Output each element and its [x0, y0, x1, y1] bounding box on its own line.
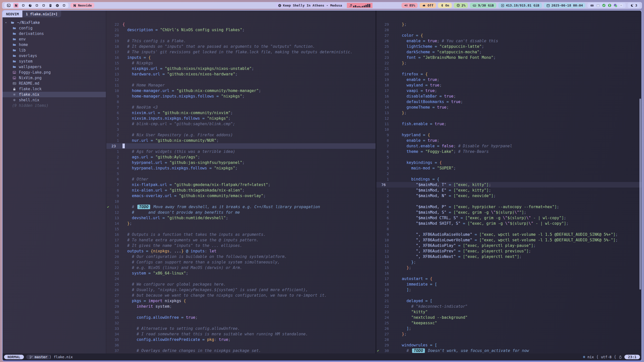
tree-item-foggy-lake-png[interactable]: Foggy-Lake.png [3, 70, 106, 75]
code-line[interactable]: 15 }; [376, 265, 641, 270]
code-line[interactable]: 2 "$mainMod, N" = ["exec, neovide"]; [376, 193, 641, 199]
metric-volume[interactable]: 85% [401, 3, 418, 8]
code-line[interactable]: 17 vaapi = true; [376, 88, 641, 94]
code-line[interactable]: 5 [106, 171, 376, 176]
code-line[interactable]: 2 [376, 171, 641, 176]
code-line[interactable]: 18 # It depends on "inputs" that are pas… [106, 44, 376, 49]
code-line[interactable]: 8 [106, 99, 376, 105]
tree-item-wallpapers[interactable]: wallpapers [3, 64, 106, 70]
code-line[interactable]: 11 fish.enable = true; [376, 121, 641, 127]
workspace-8[interactable] [55, 3, 59, 8]
workspace-2-active[interactable] [13, 3, 19, 8]
code-line[interactable]: 8 nix-alien.url = "github:thiagokokada/n… [106, 188, 376, 193]
code-line[interactable]: 26 enable = true; # You can't disable th… [376, 38, 641, 44]
code-line[interactable]: 21 # Configs can support more than a sin… [106, 259, 376, 265]
code-line[interactable]: 13 }; [376, 110, 641, 116]
code-line[interactable]: 24 "nextcloud --background" [376, 315, 641, 320]
code-line[interactable]: 7 # NeoVim <3 [106, 105, 376, 110]
code-line[interactable]: 33 # Alternative to setting config.allow… [106, 326, 376, 331]
code-line[interactable]: 19 outputs = {nixpkgs, ...} @ inputs: le… [106, 248, 376, 254]
metric-disk[interactable]: 413.19/915.81 GiB [498, 3, 542, 8]
window-icon[interactable] [596, 4, 600, 7]
code-line[interactable]: 30 [106, 309, 376, 315]
workspace-1[interactable] [7, 3, 11, 8]
tree-item-env[interactable]: env [3, 36, 106, 42]
notifications-pill[interactable]: 3 [628, 3, 640, 8]
code-line[interactable]: 29 }; [376, 22, 641, 27]
code-line[interactable]: 28 pkgs = import nixpkgs { [106, 298, 376, 304]
workspace-3[interactable] [21, 3, 25, 8]
code-line[interactable]: 9 emacs-overlay.url = "github:nix-commun… [106, 193, 376, 199]
tab-neovim[interactable]: NEOVIM [3, 11, 22, 17]
code-line[interactable]: 4 keybindings = { [376, 160, 641, 165]
code-line[interactable]: 23 system = "x86_64-linux"; [106, 270, 376, 276]
code-line[interactable]: 25 lightScheme = "catppuccin-latte"; [376, 44, 641, 49]
code-line[interactable]: 1 nur.url = "github:nix-community/NUR"; [106, 138, 376, 143]
audio-visualizer-pill[interactable] [347, 3, 373, 8]
code-line[interactable]: 8 [376, 226, 641, 232]
tree-item-flake-lock[interactable]: flake.lock [3, 86, 106, 92]
code-line[interactable]: 26 ]; [376, 326, 641, 331]
code-line[interactable]: 4 "$mainMod, P" = ["exec, hyprpicker --a… [376, 204, 641, 210]
code-line[interactable]: 21 [376, 66, 641, 71]
code-line[interactable]: 12 ", XF86AudioPrev" = ["exec, playerctl… [376, 248, 641, 254]
workspace-6[interactable] [42, 3, 46, 8]
code-line[interactable]: 16 disableTabBar = true; [376, 94, 641, 99]
code-line[interactable]: 22 }; [376, 60, 641, 66]
tab-buffer-flake-nix[interactable]: 1 flake.nix[2+] [22, 11, 61, 17]
tree-item-lib[interactable]: lib [3, 48, 106, 53]
code-line[interactable]: 31 config.allowUnfree = true; [106, 315, 376, 320]
code-line[interactable]: 5 nixvim.inputs.nixpkgs.follows = "nixpk… [106, 116, 376, 121]
tree-item-system[interactable]: system [3, 59, 106, 64]
code-line[interactable]: 8 enable = true; [376, 138, 641, 143]
code-line[interactable]: 1 "$mainMod, E" = ["exec, kitty"]; [376, 188, 641, 193]
code-line[interactable]: 22 # e.g. NixOS (linux) and MacOS (darwi… [106, 265, 376, 270]
code-line[interactable]: 19 # This config is a Flake. [106, 38, 376, 44]
code-line[interactable]: 6 theme = "Foggy-Lake"; # Three-Bears [376, 149, 641, 154]
code-line[interactable]: 13 ", XF86AudioNext" = ["exec, playerctl… [376, 254, 641, 259]
code-line[interactable]: 10 [376, 127, 641, 132]
code-line[interactable]: 5 "$mainMod, S" = ["exec, grim -g \"$(sl… [376, 210, 641, 215]
metric-idle-inhibitor[interactable]: Off [420, 3, 436, 8]
tree-item-shell-nix[interactable]: shell.nix [3, 97, 106, 103]
code-line[interactable]: 5 [376, 154, 641, 160]
code-line[interactable]: 14 gnomeTheme = true; [376, 105, 641, 110]
code-line[interactable]: 15 # Nixpkgs [106, 60, 376, 66]
keyboard-icon[interactable] [590, 4, 594, 7]
code-line[interactable]: 19 ]; [376, 287, 641, 293]
code-line[interactable]: 16 inputs = { [106, 55, 376, 60]
metric-clock[interactable]: 2025-06-18 00:04 [544, 3, 585, 8]
code-line[interactable]: 3 [376, 199, 641, 204]
tree-item-readme-md[interactable]: README.md [3, 81, 106, 86]
code-line[interactable]: 16 # Outputs is a function that takes th… [106, 232, 376, 237]
spotify-pale-icon[interactable] [619, 4, 623, 7]
code-line[interactable]: 23 [106, 143, 376, 149]
code-line[interactable]: 18 immediate = [ [376, 282, 641, 287]
code-line[interactable]: 7 dunst.enable = false; # Disable for hy… [376, 143, 641, 149]
tree-item-overlays[interactable]: overlays [3, 53, 106, 59]
workspace-9[interactable] [62, 3, 66, 8]
window-title-pill[interactable]: Neovide [70, 3, 94, 8]
check-circle-icon[interactable] [602, 4, 606, 7]
code-line[interactable]: ✔11 # TODO Move away from devshell, as i… [106, 204, 376, 210]
code-line[interactable]: 7 nix-flatpak.url = "github:gmodena/nix-… [106, 182, 376, 188]
keepass-icon[interactable] [608, 4, 612, 7]
code-line[interactable]: 36 [106, 342, 376, 348]
code-line[interactable]: 19 enable = true; [376, 77, 641, 82]
code-line[interactable]: 35 config.allowUnfreePredicate = pkg: tr… [106, 337, 376, 342]
code-line[interactable]: 34 # I read somewhere that this is more … [106, 331, 376, 337]
code-line[interactable]: 20 [376, 293, 641, 298]
code-line[interactable]: 28 [376, 337, 641, 342]
code-line[interactable]: 9 ", XF86AudioRaiseVolume" = ["exec, wpc… [376, 232, 641, 237]
code-line[interactable]: 23 "kitty" [376, 309, 641, 315]
code-line[interactable]: 2 ags.url = "github:Aylur/ags"; [106, 154, 376, 160]
code-line[interactable]: 17 # The inputs' git revisions get locke… [106, 49, 376, 55]
code-line[interactable]: 17 autostart = { [376, 276, 641, 282]
code-line[interactable]: 9 hyprland = { [376, 132, 641, 138]
code-line[interactable]: 18 # It gives the name "inputs" to the .… [106, 243, 376, 248]
tree-item-home[interactable]: home [3, 42, 106, 48]
code-line[interactable]: 27 }; [376, 331, 641, 337]
code-line[interactable]: 17 # To handle extra arguments we use th… [106, 237, 376, 243]
code-line[interactable]: 24 darkScheme = "catppuccin-mocha"; [376, 49, 641, 55]
workspace-5[interactable] [35, 3, 39, 8]
